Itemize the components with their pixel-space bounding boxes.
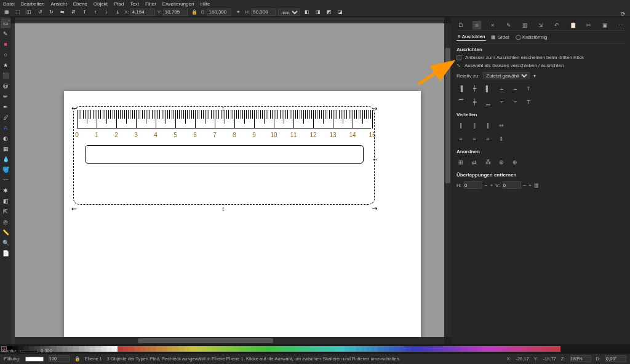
pages-tool[interactable]: 📄 bbox=[1, 248, 10, 258]
lpe-tool[interactable]: ◎ bbox=[1, 217, 10, 227]
swatch[interactable] bbox=[234, 346, 239, 352]
swatch[interactable] bbox=[90, 346, 95, 352]
align-vcenter-icon[interactable]: ┿ bbox=[470, 98, 479, 106]
swatch[interactable] bbox=[68, 346, 73, 352]
swatch[interactable] bbox=[178, 346, 184, 352]
menu-file[interactable]: Datei bbox=[1, 1, 17, 7]
cut-icon[interactable]: ✂ bbox=[584, 21, 593, 30]
swatch[interactable] bbox=[461, 346, 466, 352]
opacity-input[interactable] bbox=[49, 355, 70, 362]
remove-overlap-icon[interactable]: ▥ bbox=[534, 183, 539, 188]
3dbox-tool[interactable]: ⬛ bbox=[1, 71, 10, 81]
align-hcenter-icon[interactable]: ┿ bbox=[470, 84, 479, 93]
swatch[interactable] bbox=[538, 346, 544, 352]
swatch[interactable] bbox=[261, 346, 267, 352]
swatch[interactable] bbox=[411, 346, 417, 352]
layers-icon[interactable]: ▦ bbox=[2, 8, 11, 17]
lock-aspect-icon[interactable]: ⚭ bbox=[234, 8, 242, 17]
viewport[interactable]: 0123456789101112131415 ↖ ↕ ↗ ↔ ↙ ↕ ↘ bbox=[15, 23, 444, 344]
swatch[interactable] bbox=[73, 346, 79, 352]
swatch[interactable] bbox=[405, 346, 411, 352]
mesh-tool[interactable]: ▦ bbox=[1, 144, 10, 154]
raise-icon[interactable]: ↑ bbox=[91, 8, 100, 17]
align-bottom-edge-icon[interactable]: ⫟ bbox=[511, 98, 519, 106]
spiral-tool[interactable]: @ bbox=[1, 81, 10, 91]
swatch[interactable] bbox=[383, 346, 389, 352]
minus-icon-2[interactable]: − bbox=[524, 183, 527, 188]
align-baseline-icon[interactable]: T bbox=[524, 98, 533, 106]
scale-pattern-icon[interactable]: ◪ bbox=[336, 8, 345, 17]
scrollbar-horizontal[interactable] bbox=[15, 337, 444, 344]
align-right-edge-icon[interactable]: ⫠ bbox=[511, 84, 519, 93]
menu-view[interactable]: Ansicht bbox=[49, 1, 68, 7]
swatch[interactable] bbox=[483, 346, 488, 352]
swatch[interactable] bbox=[295, 346, 300, 352]
swatch[interactable] bbox=[245, 346, 250, 352]
fill-swatch[interactable] bbox=[25, 357, 44, 362]
color-palette[interactable] bbox=[0, 344, 630, 353]
tab-grid[interactable]: ▦Gitter bbox=[490, 33, 511, 41]
swatch[interactable] bbox=[400, 346, 405, 352]
swatch[interactable] bbox=[256, 346, 261, 352]
calligraphy-tool[interactable]: 🖊 bbox=[1, 113, 10, 122]
swatch[interactable] bbox=[450, 346, 455, 352]
spray-tool[interactable]: ✱ bbox=[1, 186, 10, 196]
swatch[interactable] bbox=[101, 346, 106, 352]
handle-mr[interactable]: ↔ bbox=[372, 156, 378, 163]
swatch[interactable] bbox=[300, 346, 306, 352]
tab-align[interactable]: ≡Ausrichten bbox=[457, 33, 486, 41]
swatch[interactable] bbox=[123, 346, 129, 352]
swatch[interactable] bbox=[129, 346, 134, 352]
swatch[interactable] bbox=[389, 346, 394, 352]
pencil-tool[interactable]: ✏ bbox=[1, 92, 10, 101]
align-left-icon[interactable]: ▐ bbox=[457, 84, 465, 93]
rotate-cw-icon[interactable]: ↻ bbox=[47, 8, 55, 17]
unit-select[interactable]: mm bbox=[278, 9, 300, 16]
arr-exchange-icon[interactable]: ⇄ bbox=[470, 158, 479, 167]
swatch[interactable] bbox=[212, 346, 217, 352]
menu-filter[interactable]: Filter bbox=[143, 1, 158, 7]
flip-h-icon[interactable]: ⇋ bbox=[58, 8, 66, 17]
overlap-v-input[interactable] bbox=[503, 181, 521, 189]
swatch[interactable] bbox=[522, 346, 527, 352]
inner-rect[interactable] bbox=[85, 145, 364, 164]
swatch[interactable] bbox=[333, 346, 339, 352]
swatch[interactable] bbox=[439, 346, 444, 352]
swatch[interactable] bbox=[488, 346, 494, 352]
selector-tool[interactable]: ▭ bbox=[1, 18, 10, 28]
plus-icon-2[interactable]: + bbox=[528, 183, 532, 188]
align-right-icon[interactable]: ▌ bbox=[484, 84, 492, 93]
swatch[interactable] bbox=[284, 346, 289, 352]
h-input[interactable] bbox=[251, 9, 276, 16]
swatch[interactable] bbox=[444, 346, 450, 352]
swatch[interactable] bbox=[311, 346, 317, 352]
swatch[interactable] bbox=[145, 346, 151, 352]
measure-tool[interactable]: 📏 bbox=[1, 228, 10, 237]
swatch[interactable] bbox=[79, 346, 84, 352]
scrollbar-vertical[interactable] bbox=[444, 23, 452, 337]
swatch[interactable] bbox=[544, 346, 549, 352]
scale-corners-icon[interactable]: ◨ bbox=[314, 8, 322, 17]
dropper-tool[interactable]: 💧 bbox=[1, 154, 10, 164]
align-left-edge-icon[interactable]: ⫠ bbox=[497, 84, 506, 93]
menu-object[interactable]: Objekt bbox=[92, 1, 110, 7]
swatch[interactable] bbox=[106, 346, 112, 352]
menu-edit[interactable]: Bearbeiten bbox=[19, 1, 47, 7]
menu-path[interactable]: Pfad bbox=[112, 1, 126, 7]
align-text-icon[interactable]: T bbox=[524, 84, 533, 93]
menu-text[interactable]: Text bbox=[128, 1, 141, 7]
deselect-icon[interactable]: ◫ bbox=[25, 8, 33, 17]
swatch[interactable] bbox=[433, 346, 439, 352]
swatch[interactable] bbox=[516, 346, 522, 352]
handle-tc[interactable]: ↕ bbox=[221, 105, 225, 112]
swatch[interactable] bbox=[162, 346, 167, 352]
dist-hcenter-icon[interactable]: ∥ bbox=[470, 121, 479, 130]
swatch[interactable] bbox=[201, 346, 206, 352]
swatch[interactable] bbox=[278, 346, 284, 352]
scroll-thumb-v[interactable] bbox=[445, 48, 450, 183]
arr-centroid-icon[interactable]: ⊕ bbox=[511, 158, 519, 167]
lock-icon[interactable]: 🔒 bbox=[190, 8, 199, 17]
swatch[interactable] bbox=[95, 346, 101, 352]
star-tool[interactable]: ★ bbox=[1, 60, 10, 70]
tweak-tool[interactable]: 〰 bbox=[1, 175, 10, 185]
